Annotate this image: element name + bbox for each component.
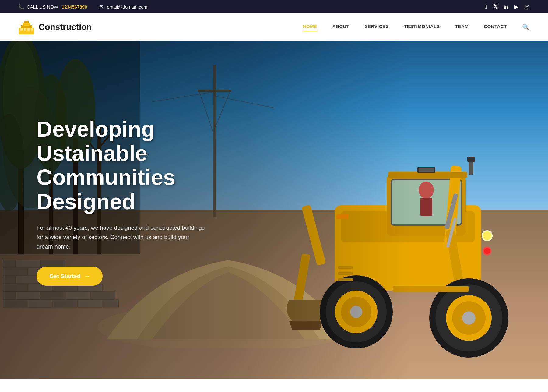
email-contact: ✉ email@domain.com	[99, 4, 147, 10]
hero-title: Developing Ustainable Communities Design…	[37, 117, 207, 214]
nav-links: HOME ABOUT SERVICES TESTIMONIALS TEAM CO…	[303, 23, 530, 31]
svg-rect-6	[27, 28, 30, 31]
svg-rect-7	[31, 28, 33, 31]
nav-services[interactable]: SERVICES	[365, 24, 389, 30]
hero-title-line3: Communities	[37, 165, 175, 189]
nav-contact[interactable]: CONTACT	[484, 24, 507, 30]
logo[interactable]: Construction	[18, 19, 92, 35]
hero-content: Developing Ustainable Communities Design…	[37, 117, 207, 286]
email-icon: ✉	[99, 4, 103, 10]
svg-rect-3	[24, 21, 29, 23]
instagram-icon[interactable]: ◎	[525, 3, 530, 10]
nav-about[interactable]: ABOUT	[332, 24, 350, 30]
hero-title-line2: Ustainable	[37, 141, 147, 165]
svg-rect-4	[20, 28, 23, 31]
get-started-arrow: →	[84, 273, 90, 280]
youtube-icon[interactable]: ▶	[514, 3, 518, 10]
email-address: email@domain.com	[107, 4, 147, 9]
phone-number[interactable]: 1234567890	[62, 4, 87, 9]
nav-home[interactable]: HOME	[303, 24, 317, 30]
top-bar-left: 📞 CALL US NOW 1234567890 ✉ email@domain.…	[18, 4, 147, 10]
call-label: CALL US NOW	[27, 4, 58, 9]
svg-rect-5	[24, 28, 26, 31]
phone-icon: 📞	[18, 4, 24, 10]
logo-icon	[18, 19, 35, 35]
get-started-button[interactable]: Get Started →	[37, 267, 103, 286]
nav-team[interactable]: TEAM	[455, 24, 469, 30]
call-contact: 📞 CALL US NOW 1234567890	[18, 4, 87, 10]
linkedin-icon[interactable]: in	[504, 4, 508, 9]
top-bar: 📞 CALL US NOW 1234567890 ✉ email@domain.…	[0, 0, 548, 13]
nav-testimonials[interactable]: TESTIMONIALS	[404, 24, 440, 30]
twitter-icon[interactable]: 𝕏	[493, 3, 498, 10]
search-icon[interactable]: 🔍	[522, 23, 530, 31]
hero-section: Developing Ustainable Communities Design…	[0, 41, 548, 379]
facebook-icon[interactable]: f	[485, 4, 487, 10]
hero-subtitle: For almost 40 years, we have designed an…	[37, 223, 207, 252]
hero-title-line1: Developing	[37, 117, 155, 141]
hero-title-line4: Designed	[37, 189, 135, 214]
logo-text: Construction	[39, 22, 92, 32]
get-started-label: Get Started	[49, 273, 80, 280]
social-links: f 𝕏 in ▶ ◎	[485, 3, 530, 10]
navbar: Construction HOME ABOUT SERVICES TESTIMO…	[0, 13, 548, 41]
